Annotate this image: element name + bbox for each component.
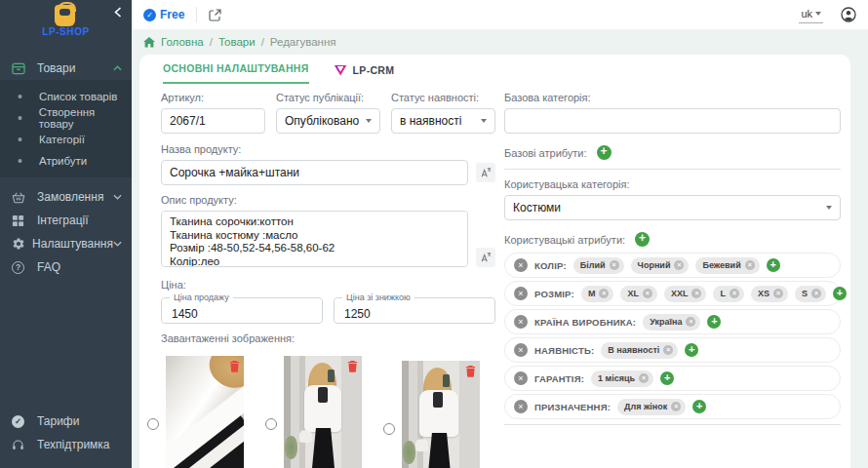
remove-value-icon[interactable]: × [674, 260, 684, 270]
sidebar-item-faq[interactable]: ? FAQ [0, 255, 132, 279]
remove-value-icon[interactable]: × [773, 289, 783, 298]
language-selector[interactable]: uk [799, 7, 823, 23]
products-submenu: •Список товарів •Створення товару •Катег… [0, 80, 132, 177]
attribute-row-purpose: × ПРИЗНАЧЕННЯ: Для жінок× + [504, 394, 841, 419]
sidebar-item-categories[interactable]: •Категорії [0, 129, 132, 150]
external-link-icon[interactable] [209, 9, 221, 21]
attribute-value-chip: XXL× [664, 286, 707, 302]
remove-attribute-icon[interactable]: × [514, 258, 528, 272]
image-group [383, 361, 480, 468]
chevron-down-icon [113, 241, 122, 247]
breadcrumb-products[interactable]: Товари [218, 36, 256, 48]
sku-input[interactable] [161, 108, 265, 134]
uploaded-images-label: Завантаженні зображення: [161, 332, 495, 344]
sidebar: LP-SHOP Товари •Список товарів •Створенн… [0, 0, 132, 468]
product-image[interactable] [284, 356, 362, 468]
product-name-input[interactable] [161, 160, 468, 185]
topbar-divider [196, 7, 197, 22]
tab-lp-crm[interactable]: LP-CRM [335, 64, 395, 84]
remove-attribute-icon[interactable]: × [514, 343, 528, 357]
main-image-radio[interactable] [147, 418, 159, 430]
add-value-button[interactable]: + [767, 258, 780, 272]
add-value-button[interactable]: + [685, 343, 698, 357]
sidebar-item-product-create[interactable]: •Створення товару [0, 107, 132, 129]
image-group [147, 351, 244, 468]
sidebar-subitem-label: Атрибути [39, 155, 87, 167]
main-image-radio[interactable] [265, 418, 277, 430]
attribute-value-chip: L× [713, 286, 744, 302]
plan-badge[interactable]: ✓ Free [143, 8, 184, 21]
breadcrumb-home[interactable]: Головна [161, 36, 204, 48]
attribute-value-chip: Бежевий× [695, 257, 759, 274]
add-value-button[interactable]: + [692, 400, 706, 413]
basket-icon [12, 191, 37, 204]
product-image[interactable] [166, 356, 244, 468]
bullet-icon: • [18, 153, 39, 169]
remove-value-icon[interactable]: × [745, 260, 755, 270]
stock-status-select[interactable]: в наявності [391, 108, 495, 134]
remove-value-icon[interactable]: × [610, 260, 619, 270]
add-value-button[interactable]: + [833, 287, 847, 300]
remove-value-icon[interactable]: × [671, 402, 681, 411]
remove-attribute-icon[interactable]: × [514, 400, 528, 413]
remove-attribute-icon[interactable]: × [514, 287, 528, 300]
remove-value-icon[interactable]: × [639, 373, 649, 383]
tab-main-settings[interactable]: ОСНОВНІ НАЛАШТУВАННЯ [163, 62, 309, 84]
image-group [265, 351, 362, 468]
base-category-label: Базова категорія: [504, 92, 841, 103]
attribute-value-chip: Білий× [573, 257, 624, 274]
account-avatar-icon[interactable] [841, 7, 856, 22]
delete-image-icon[interactable] [465, 365, 476, 377]
sidebar-item-attributes[interactable]: •Атрибути [0, 150, 132, 172]
custom-category-select[interactable]: Костюми [504, 195, 841, 220]
remove-value-icon[interactable]: × [730, 289, 739, 298]
translate-icon[interactable] [476, 248, 495, 267]
remove-value-icon[interactable]: × [686, 317, 695, 327]
badge-check-icon: ✓ [12, 415, 37, 428]
image-row-1 [147, 351, 495, 468]
remove-attribute-icon[interactable]: × [514, 371, 528, 385]
tab-bar: ОСНОВНІ НАЛАШТУВАННЯ LP-CRM [163, 62, 394, 84]
chevron-up-icon [113, 65, 122, 71]
attribute-value-chip: Україна× [643, 314, 700, 331]
price-label: Ціна: [161, 279, 495, 291]
base-category-input[interactable] [504, 108, 841, 134]
discount-price-floating-label: Ціна зі знижкою [342, 292, 414, 302]
publish-status-select[interactable]: Опубліковано [276, 108, 380, 134]
sidebar-item-support[interactable]: Техпідтримка [0, 433, 132, 456]
main-image-radio[interactable] [383, 423, 395, 435]
breadcrumb-separator: / [261, 36, 264, 48]
product-image[interactable] [402, 361, 480, 468]
sidebar-item-label: Товари [37, 61, 113, 75]
sidebar-item-orders[interactable]: Замовлення [0, 185, 132, 209]
remove-value-icon[interactable]: × [643, 289, 652, 298]
add-custom-attribute-button[interactable]: + [635, 232, 650, 247]
sidebar-item-integrations[interactable]: Інтеграції [0, 209, 132, 232]
remove-value-icon[interactable]: × [599, 289, 609, 298]
remove-attribute-icon[interactable]: × [514, 315, 528, 329]
delete-image-icon[interactable] [229, 360, 240, 372]
sidebar-header: LP-SHOP [0, 0, 132, 43]
remove-value-icon[interactable]: × [691, 289, 701, 298]
sidebar-item-tariffs[interactable]: ✓ Тарифи [0, 410, 132, 433]
sidebar-item-products[interactable]: Товари [0, 57, 132, 80]
headset-icon [12, 439, 37, 451]
remove-value-icon[interactable]: × [811, 289, 821, 298]
add-value-button[interactable]: + [660, 371, 674, 385]
add-base-attribute-button[interactable]: + [597, 145, 612, 160]
attribute-name: ПРИЗНАЧЕННЯ: [534, 402, 611, 412]
translate-icon[interactable] [476, 163, 495, 182]
grid-icon [12, 214, 37, 227]
sidebar-item-label: Налаштування [32, 237, 113, 251]
remove-value-icon[interactable]: × [663, 345, 673, 355]
description-textarea[interactable]: Тканина сорочки:коттон Тканина костюму :… [161, 211, 468, 267]
sidebar-collapse-button[interactable] [114, 7, 122, 18]
add-value-button[interactable]: + [707, 315, 721, 329]
attribute-row-size: × РОЗМІР: M× XL× XXL× L× XS× S× + [504, 281, 841, 306]
sidebar-item-settings[interactable]: Налаштування [0, 232, 132, 255]
attribute-name: ГАРАНТІЯ: [534, 373, 584, 384]
delete-image-icon[interactable] [347, 360, 358, 372]
caret-down-icon [366, 119, 372, 123]
sidebar-item-product-list[interactable]: •Список товарів [0, 86, 132, 107]
topbar: ✓ Free uk [132, 0, 868, 29]
